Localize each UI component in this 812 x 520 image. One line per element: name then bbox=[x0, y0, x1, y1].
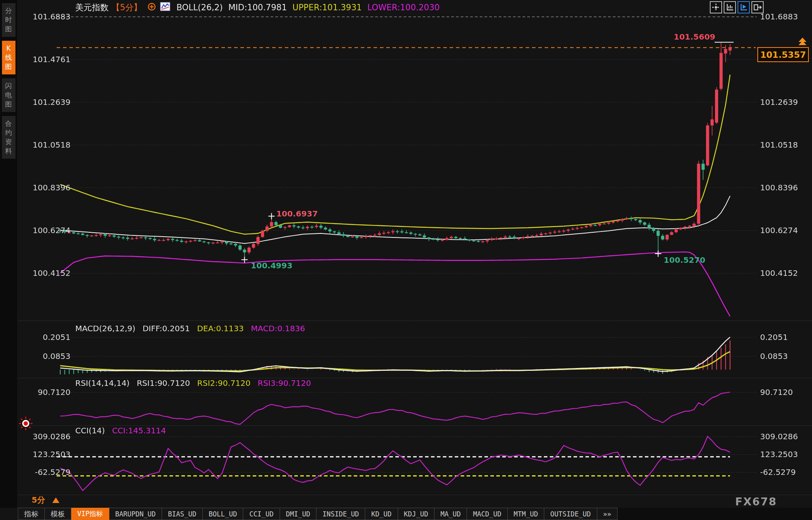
last-price-box[interactable]: 101.5357 bbox=[757, 47, 809, 62]
sidebar-item-3[interactable]: 合约资料 bbox=[2, 116, 15, 159]
axis-tick: 101.2639 bbox=[760, 97, 798, 107]
price-up-arrow-icon bbox=[799, 38, 806, 44]
axis-tick: 90.7120 bbox=[760, 387, 793, 397]
sidebar-item-char: 约 bbox=[5, 128, 12, 137]
axis-tick: 309.0286 bbox=[760, 432, 798, 441]
chart-toolbar bbox=[708, 1, 764, 13]
sidebar-item-char: 闪 bbox=[5, 82, 12, 91]
tab-指标[interactable]: 指标 bbox=[18, 508, 45, 520]
axis-scale-icon[interactable] bbox=[724, 1, 736, 13]
indicator-title-part: CCI:145.3114 bbox=[112, 426, 166, 435]
axis-tick: 0.2051 bbox=[760, 332, 788, 342]
axis-tick: 0.0853 bbox=[760, 351, 788, 361]
axis-tick: 100.4152 bbox=[760, 268, 798, 278]
boll-upper-value: UPPER:101.3931 bbox=[292, 3, 362, 12]
tab-ma_ud[interactable]: MA_UD bbox=[435, 508, 467, 520]
tab--[interactable]: »» bbox=[597, 508, 618, 520]
axis-play-icon[interactable] bbox=[738, 1, 750, 13]
chart-thumb-icon[interactable] bbox=[160, 2, 171, 13]
chart-type-sidebar: 分时图K线图闪电图合约资料 bbox=[0, 0, 17, 508]
move-tool-icon[interactable] bbox=[710, 1, 722, 13]
boll-mid-value: MID:100.7981 bbox=[229, 3, 287, 12]
footer-period-label: 5分 bbox=[32, 495, 45, 505]
tab-kd_ud[interactable]: KD_UD bbox=[365, 508, 398, 520]
period-tag[interactable]: 【5分】 bbox=[112, 2, 142, 13]
watermark: FX678 bbox=[735, 495, 777, 508]
sidebar-item-1[interactable]: K线图 bbox=[2, 41, 15, 74]
sidebar-item-char: 图 bbox=[5, 62, 12, 71]
swing-low-label-1: 100.4993 bbox=[251, 261, 292, 270]
session-high-label: 101.5609 bbox=[674, 32, 715, 42]
axis-tick: 309.0286 bbox=[23, 432, 71, 441]
axis-shift-icon[interactable] bbox=[751, 1, 764, 13]
sidebar-item-char: K bbox=[6, 44, 11, 53]
axis-tick: 100.4152 bbox=[23, 268, 71, 278]
axis-tick: 101.2639 bbox=[23, 97, 71, 107]
sidebar-item-char: 图 bbox=[5, 25, 12, 34]
sidebar-item-char: 图 bbox=[5, 100, 12, 109]
sidebar-item-char: 料 bbox=[5, 146, 12, 156]
indicator-title-part: MACD:0.1836 bbox=[251, 324, 305, 333]
chart-header: 美元指数 【5分】 BOLL(26,2) MID:100.7981 UPPER:… bbox=[75, 2, 445, 13]
rsi-title-row: RSI(14,14,14)RSI1:90.7120RSI2:90.7120RSI… bbox=[75, 378, 318, 388]
sidebar-item-2[interactable]: 闪电图 bbox=[2, 78, 15, 112]
tab-kdj_ud[interactable]: KDJ_UD bbox=[398, 508, 435, 520]
sidebar-item-char: 电 bbox=[5, 91, 12, 100]
axis-tick: 100.6274 bbox=[760, 226, 798, 235]
indicator-title-part: RSI1:90.7120 bbox=[137, 378, 190, 388]
axis-tick: 123.2503 bbox=[760, 450, 798, 459]
session-marker-icon bbox=[18, 416, 33, 431]
sidebar-item-char: 分 bbox=[5, 6, 12, 15]
boll-lower-value: LOWER:100.2030 bbox=[367, 3, 440, 12]
axis-tick: -62.5279 bbox=[23, 467, 71, 477]
axis-tick: -62.5279 bbox=[760, 467, 796, 477]
macd-title-row: MACD(26,12,9)DIFF:0.2051DEA:0.1133MACD:0… bbox=[75, 324, 312, 333]
tab-boll_ud[interactable]: BOLL_UD bbox=[203, 508, 244, 520]
sidebar-item-char: 资 bbox=[5, 137, 12, 146]
sidebar-item-0[interactable]: 分时图 bbox=[2, 3, 15, 37]
footer-period[interactable]: 5分 bbox=[32, 495, 59, 505]
tab-inside_ud[interactable]: INSIDE_UD bbox=[316, 508, 365, 520]
indicator-title-part: RSI2:90.7120 bbox=[197, 378, 251, 388]
sidebar-item-char: 时 bbox=[5, 15, 12, 25]
axis-tick: 90.7120 bbox=[23, 387, 71, 397]
axis-tick: 123.2503 bbox=[23, 450, 71, 459]
indicator-title-part: MACD(26,12,9) bbox=[75, 324, 135, 333]
axis-tick: 0.2051 bbox=[23, 332, 71, 342]
axis-tick: 101.4761 bbox=[23, 55, 71, 64]
indicator-title-part: DIFF:0.2051 bbox=[143, 324, 190, 333]
tab-macd_ud[interactable]: MACD_UD bbox=[467, 508, 508, 520]
axis-tick: 101.0518 bbox=[23, 140, 71, 150]
boll-label: BOLL(26,2) bbox=[176, 3, 223, 12]
axis-tick: 101.6883 bbox=[23, 12, 71, 21]
sidebar-item-char: 线 bbox=[5, 53, 12, 62]
indicator-tabbar: 指标模板VIP指标BARUPDN_UDBIAS_UDBOLL_UDCCI_UDD… bbox=[18, 508, 812, 520]
link-icon[interactable] bbox=[147, 2, 156, 13]
tab-outside_ud[interactable]: OUTSIDE_UD bbox=[544, 508, 597, 520]
symbol-title: 美元指数 bbox=[75, 2, 109, 13]
swing-low-label-2: 100.5270 bbox=[664, 255, 705, 265]
indicator-title-part: CCI(14) bbox=[75, 426, 105, 435]
tab-模板[interactable]: 模板 bbox=[45, 508, 71, 520]
axis-tick: 101.0518 bbox=[760, 140, 798, 150]
axis-tick: 100.8396 bbox=[760, 183, 798, 192]
tab-mtm_ud[interactable]: MTM_UD bbox=[508, 508, 544, 520]
tab-dmi_ud[interactable]: DMI_UD bbox=[280, 508, 316, 520]
trading-terminal: 分时图K线图闪电图合约资料 美元指数 【5分】 BOLL(26,2) MID:1… bbox=[0, 0, 812, 520]
tab-vip指标[interactable]: VIP指标 bbox=[71, 508, 109, 520]
indicator-title-part: RSI3:90.7120 bbox=[258, 378, 311, 388]
swing-high-label: 100.6937 bbox=[276, 209, 318, 218]
tab-cci_ud[interactable]: CCI_UD bbox=[243, 508, 280, 520]
axis-tick: 100.6274 bbox=[23, 226, 71, 235]
axis-tick: 100.8396 bbox=[23, 183, 71, 192]
axis-tick: 101.6883 bbox=[760, 12, 798, 21]
axis-tick: 0.0853 bbox=[23, 351, 71, 361]
indicator-title-part: RSI(14,14,14) bbox=[75, 378, 130, 388]
sidebar-item-char: 合 bbox=[5, 119, 12, 128]
cci-title-row: CCI(14)CCI:145.3114 bbox=[75, 426, 173, 435]
tab-bias_ud[interactable]: BIAS_UD bbox=[162, 508, 203, 520]
tab-barupdn_ud[interactable]: BARUPDN_UD bbox=[109, 508, 162, 520]
indicator-title-part: DEA:0.1133 bbox=[197, 324, 244, 333]
up-triangle-icon bbox=[52, 497, 59, 503]
